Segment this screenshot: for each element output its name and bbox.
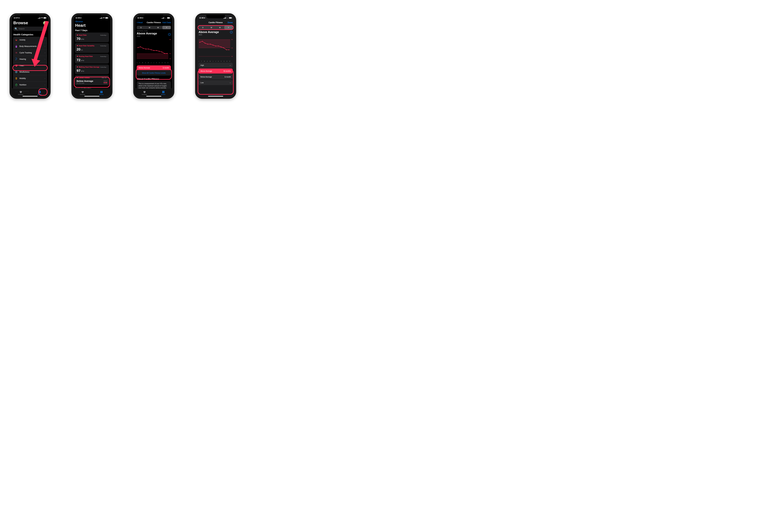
level-high[interactable]: High--: [198, 63, 233, 68]
info-icon[interactable]: i: [230, 31, 233, 34]
seg-y[interactable]: Y: [224, 26, 233, 29]
back-button[interactable]: ‹Browse: [75, 20, 83, 23]
svg-rect-35: [164, 17, 164, 19]
svg-rect-60: [226, 17, 226, 19]
svg-point-47: [154, 50, 154, 51]
chart-line: [137, 38, 168, 62]
chart-2[interactable]: 52 43 34: [198, 37, 233, 60]
notch: [145, 15, 163, 18]
label: Hearing: [20, 58, 26, 60]
phone-cardio-detail: 12:48➤ ‹Heart Cardio Fitness Add Data D …: [133, 13, 174, 99]
seg-d[interactable]: D: [137, 26, 145, 29]
svg-point-72: [215, 46, 216, 46]
svg-point-51: [164, 53, 165, 54]
svg-rect-3: [40, 17, 40, 19]
level-value: Above Average: [137, 32, 157, 35]
level-above-average[interactable]: Above Average6 months: [198, 69, 233, 73]
svg-point-76: [226, 49, 227, 50]
svg-point-44: [146, 49, 146, 49]
done-button[interactable]: Done: [228, 21, 233, 24]
cardio-status: Below Average: [76, 80, 93, 82]
svg-line-15: [35, 21, 47, 62]
level-label: AVERAGE LEVEL: [137, 30, 157, 32]
metric-hrv[interactable]: Heart Rate VariabilityYesterday › 20ms: [75, 43, 109, 53]
svg-rect-1: [39, 18, 39, 19]
svg-rect-18: [101, 18, 102, 19]
level-low[interactable]: Low--: [198, 80, 233, 85]
svg-rect-5: [44, 18, 46, 18]
phone-all-levels: 12:48➤ Cardio Fitness Done D W M Y Above…: [195, 13, 236, 99]
mobility-icon: [15, 77, 18, 80]
metric-resting-hr[interactable]: Resting Heart RateYesterday › 72BPM: [75, 54, 109, 64]
seg-w[interactable]: W: [145, 26, 154, 29]
svg-point-46: [151, 49, 152, 50]
year: 2020: [137, 35, 157, 37]
segmented-range[interactable]: D W M Y: [198, 26, 233, 29]
svg-point-50: [161, 52, 162, 53]
status-right: [38, 17, 46, 19]
svg-point-42: [140, 46, 141, 47]
year: 2020: [198, 34, 219, 36]
seg-m[interactable]: M: [154, 26, 162, 29]
chart-area: AVERAGE LEVEL Above Average 2020 i 60 41…: [137, 30, 171, 63]
svg-point-69: [207, 44, 208, 44]
svg-point-49: [159, 51, 160, 52]
svg-rect-59: [225, 18, 225, 19]
below-average-row[interactable]: Below Average 1 month: [137, 65, 171, 70]
chart-area: Above Average 2020 i 52 43 34 JFMAMJJ: [198, 30, 233, 62]
svg-rect-57: [223, 18, 224, 19]
svg-rect-11: [38, 91, 39, 92]
info-icon[interactable]: i: [168, 33, 171, 36]
screen-cardio: 12:48➤ ‹Heart Cardio Fitness Add Data D …: [135, 15, 173, 97]
svg-rect-17: [100, 18, 101, 19]
x-axis: JFMAMJJASOND: [198, 61, 233, 62]
segmented-range[interactable]: D W M Y: [137, 26, 171, 29]
metric-cardio-fitness[interactable]: Cardio FitnessDec 13 › Below Average 41 …: [75, 75, 109, 85]
phone-heart: 12:48➤ ‹Browse Heart Past 7 Days Heart R…: [71, 13, 113, 99]
label: Heart: [20, 64, 24, 67]
page-title: Browse: [13, 21, 28, 25]
back-button[interactable]: ‹Heart: [137, 21, 143, 24]
section-past-7-days: Past 7 Days: [75, 29, 109, 32]
svg-rect-2: [39, 18, 40, 19]
show-all-levels-button[interactable]: Show All Cardio Fitness Levels: [137, 70, 171, 75]
svg-rect-33: [162, 18, 163, 19]
svg-rect-32: [162, 18, 162, 19]
cardio-detail: 41 VO₂ max: [76, 82, 93, 84]
seg-d[interactable]: D: [198, 26, 207, 29]
svg-text:i: i: [231, 31, 231, 33]
svg-point-45: [148, 49, 149, 49]
row-mindfulness[interactable]: Mindfulness›: [13, 69, 47, 75]
svg-point-68: [205, 43, 206, 44]
svg-rect-0: [38, 18, 38, 19]
svg-point-26: [105, 82, 105, 83]
row-mobility[interactable]: Mobility›: [13, 75, 47, 82]
svg-text:i: i: [169, 33, 170, 35]
svg-rect-28: [100, 91, 101, 92]
svg-rect-12: [40, 91, 40, 92]
metric-heart-rate[interactable]: Heart RateYesterday › 70BPM: [75, 33, 109, 42]
svg-rect-34: [163, 18, 163, 19]
seg-w[interactable]: W: [207, 26, 216, 29]
svg-point-70: [210, 44, 211, 44]
clock: 12:47: [13, 17, 18, 19]
seg-y[interactable]: Y: [162, 26, 171, 29]
seg-m[interactable]: M: [216, 26, 224, 29]
metric-walking-hr[interactable]: Walking Heart Rate AverageYesterday › 97…: [75, 64, 109, 74]
chart-1[interactable]: 60 41 34: [137, 38, 171, 62]
about-title: About Cardio Fitness: [137, 78, 170, 80]
svg-rect-23: [103, 80, 107, 81]
home-indicator: [23, 96, 38, 97]
svg-rect-21: [105, 18, 108, 18]
level-value: Above Average: [198, 31, 219, 34]
location-arrow-icon: ➤: [18, 17, 20, 19]
svg-point-48: [156, 50, 157, 51]
heart-icon: [15, 64, 18, 67]
svg-rect-16: [100, 18, 100, 19]
row-nutrition[interactable]: Nutrition›: [13, 82, 47, 88]
level-below-average[interactable]: Below Average1 month: [198, 74, 233, 79]
nav-bar: ‹Browse: [73, 20, 111, 23]
svg-rect-38: [170, 18, 170, 18]
add-data-button[interactable]: Add Data: [162, 21, 171, 24]
home-indicator: [85, 96, 99, 97]
